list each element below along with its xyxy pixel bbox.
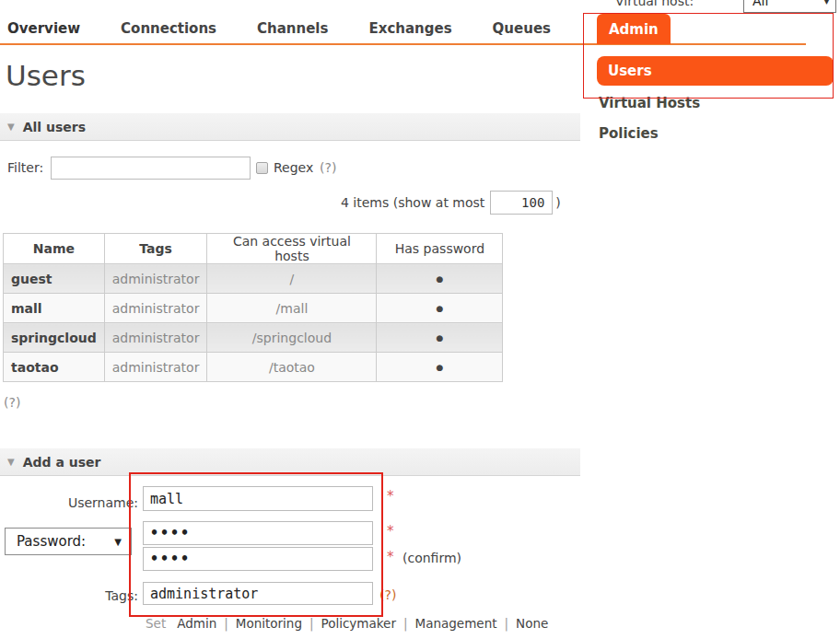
items-count-close-paren: ) <box>555 195 560 210</box>
collapse-triangle-icon: ▼ <box>7 122 15 132</box>
main-nav: Overview Connections Channels Exchanges … <box>7 20 551 37</box>
separator: | <box>403 616 408 631</box>
user-vhosts: / <box>207 264 377 294</box>
section-all-users[interactable]: ▼ All users <box>0 113 580 141</box>
page-title: Users <box>6 59 86 92</box>
regex-checkbox[interactable] <box>256 162 268 174</box>
set-tag-none[interactable]: None <box>516 616 548 631</box>
users-table: Name Tags Can access virtual hosts Has p… <box>3 233 503 382</box>
table-row: mall administrator /mall ● <box>4 294 503 323</box>
nav-underline <box>0 43 806 45</box>
required-marker: * <box>387 523 394 540</box>
set-tag-policymaker[interactable]: Policymaker <box>321 616 396 631</box>
user-vhosts: /mall <box>207 294 377 323</box>
sidebar-item-policies[interactable]: Policies <box>599 125 659 142</box>
chevron-down-icon: ▼ <box>114 537 122 547</box>
password-type-select[interactable]: Password: ▼ <box>5 528 132 555</box>
password-field[interactable] <box>143 521 373 545</box>
regex-help-link[interactable]: (?) <box>320 160 336 175</box>
chevron-down-icon: ▼ <box>823 0 830 6</box>
separator: | <box>309 616 314 631</box>
tab-queues[interactable]: Queues <box>493 20 551 37</box>
set-tag-monitoring[interactable]: Monitoring <box>236 616 302 631</box>
show-at-most-input[interactable] <box>490 191 553 215</box>
confirm-label: (confirm) <box>402 551 461 565</box>
tab-channels[interactable]: Channels <box>257 20 328 37</box>
user-name-link[interactable]: mall <box>4 294 105 323</box>
items-count-text: 4 items (show at most <box>341 195 484 210</box>
tab-connections[interactable]: Connections <box>121 20 216 37</box>
tags-help-link[interactable]: (?) <box>379 587 396 602</box>
all-users-section-title: All users <box>23 120 86 134</box>
user-tags: administrator <box>104 353 207 382</box>
has-password-dot: ● <box>377 294 503 323</box>
user-vhosts: /taotao <box>207 353 377 382</box>
table-row: taotao administrator /taotao ● <box>4 353 503 382</box>
user-name-link[interactable]: taotao <box>4 353 105 382</box>
has-password-dot: ● <box>377 264 503 294</box>
sidebar-item-virtual-hosts[interactable]: Virtual Hosts <box>599 95 700 111</box>
required-marker: * <box>387 549 394 565</box>
sidebar-users-label: Users <box>608 63 652 79</box>
username-label: Username: <box>46 495 138 510</box>
items-count-row: 4 items (show at most ) <box>341 191 561 215</box>
password-confirm-field[interactable] <box>143 547 373 571</box>
tab-overview[interactable]: Overview <box>7 20 80 37</box>
user-tags: administrator <box>104 323 207 353</box>
user-tags: administrator <box>104 264 207 294</box>
user-name-link[interactable]: guest <box>4 264 105 294</box>
has-password-dot: ● <box>377 353 503 382</box>
column-header-name[interactable]: Name <box>4 234 105 264</box>
column-header-has-password: Has password <box>377 234 503 264</box>
add-user-section-title: Add a user <box>23 455 101 470</box>
tab-exchanges[interactable]: Exchanges <box>368 20 451 37</box>
section-add-a-user[interactable]: ▼ Add a user <box>0 448 580 476</box>
set-tags-row: Set Admin | Monitoring | Policymaker | M… <box>146 616 548 631</box>
table-row: guest administrator / ● <box>4 264 503 294</box>
tab-admin[interactable]: Admin <box>597 14 671 44</box>
set-tag-admin[interactable]: Admin <box>177 616 216 631</box>
separator: | <box>224 616 228 631</box>
filter-label: Filter: <box>7 160 43 175</box>
virtual-host-select[interactable]: All ▼ <box>743 0 836 13</box>
required-marker: * <box>387 488 394 505</box>
separator: | <box>504 616 508 631</box>
set-tag-management[interactable]: Management <box>415 616 497 631</box>
regex-label: Regex <box>274 160 313 175</box>
user-tags: administrator <box>104 294 207 323</box>
collapse-triangle-icon: ▼ <box>7 457 15 467</box>
filter-input[interactable] <box>51 157 251 180</box>
virtual-host-selected-value: All <box>752 0 768 8</box>
tags-field[interactable] <box>143 582 373 605</box>
set-label: Set <box>146 616 166 631</box>
user-vhosts: /springcloud <box>207 323 377 353</box>
has-password-dot: ● <box>377 323 503 353</box>
tags-label: Tags: <box>46 588 138 603</box>
username-field[interactable] <box>143 486 373 511</box>
column-header-vhosts: Can access virtual hosts <box>207 234 377 264</box>
rabbitmq-users-page: Virtual host: All ▼ Overview Connections… <box>0 0 840 639</box>
column-header-tags[interactable]: Tags <box>104 234 207 264</box>
sidebar-item-users[interactable]: Users <box>597 56 834 86</box>
virtual-host-label: Virtual host: <box>615 0 694 8</box>
table-header-row: Name Tags Can access virtual hosts Has p… <box>4 234 503 264</box>
user-name-link[interactable]: springcloud <box>4 323 105 353</box>
table-help-link[interactable]: (?) <box>4 395 20 410</box>
password-select-label: Password: <box>17 533 86 550</box>
table-row: springcloud administrator /springcloud ● <box>4 323 503 353</box>
